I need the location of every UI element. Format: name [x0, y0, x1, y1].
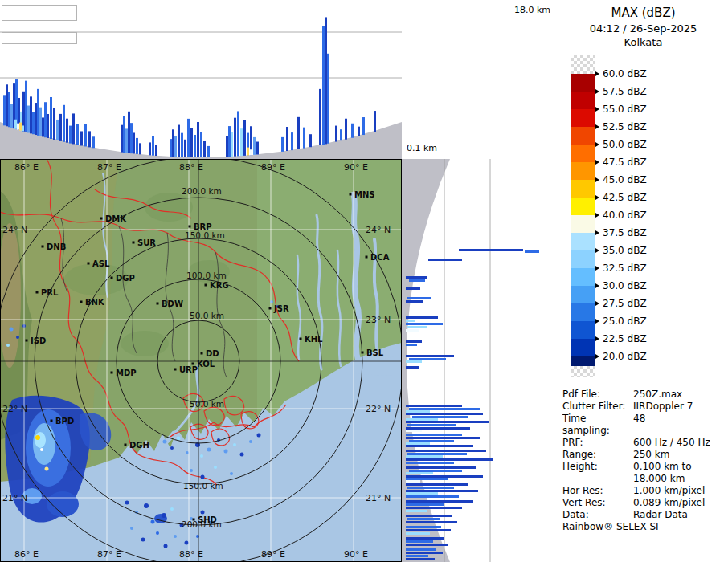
- echo-bar-top: [22, 125, 24, 131]
- metadata-row: Time sampling:48: [562, 413, 726, 437]
- echo-bar-side: [428, 259, 462, 261]
- echo-speckle: [230, 472, 233, 475]
- legend-color-segment: [571, 233, 595, 250]
- legend-color-segment: [571, 339, 595, 356]
- metadata-label: Pdf File:: [562, 389, 633, 401]
- echo-speckle: [190, 469, 193, 472]
- longitude-label-bottom: 89° E: [261, 549, 285, 560]
- legend-tick-label: 47.5 dBZ: [603, 157, 647, 167]
- legend-tick-label: 55.0 dBZ: [603, 104, 647, 114]
- legend-tick-label: 22.5 dBZ: [603, 334, 647, 344]
- city-label: BPD: [55, 417, 74, 426]
- echo-bar-side: [406, 558, 435, 560]
- echo-bar-top: [39, 108, 42, 136]
- legend-color-segment: [571, 145, 595, 162]
- metadata-value: 0.100 km to 18.000 km: [633, 461, 692, 485]
- echo-bar-top: [133, 132, 135, 153]
- echo-speckle: [151, 520, 155, 524]
- latitude-label-right: 21° N: [366, 493, 391, 503]
- city-label: KHL: [305, 335, 323, 344]
- echo-speckle: [162, 513, 166, 518]
- latitude-label-left: 24° N: [2, 225, 27, 235]
- legend-tick: 55.0 dBZ: [595, 104, 647, 114]
- echo-bar-side: [406, 360, 422, 363]
- echo-bar-side: [406, 329, 419, 332]
- city-label: MDP: [116, 369, 137, 377]
- city-marker: [269, 307, 272, 310]
- echo-bar-top: [149, 142, 151, 155]
- echo-bar-side: [525, 250, 539, 253]
- echo-bar-top: [253, 137, 256, 155]
- echo-bar-top: [243, 120, 246, 156]
- info-box-1: [2, 5, 77, 21]
- echo-speckle: [6, 344, 10, 347]
- echo-bar-side: [406, 300, 423, 303]
- echo-bar-side: [406, 418, 438, 421]
- echo-bar-top: [184, 140, 186, 157]
- echo-bar-top: [121, 125, 123, 153]
- legend-color-segment: [571, 109, 595, 127]
- echo-bar-side: [406, 475, 483, 478]
- echo-bar-top: [3, 95, 6, 125]
- longitude-label-top: 88° E: [179, 162, 203, 173]
- echo-speckle: [240, 453, 244, 457]
- legend-tick: 47.5 dBZ: [595, 157, 647, 167]
- echo-bar-top: [327, 54, 329, 144]
- legend-color-segment: [571, 198, 595, 215]
- echo-bar-top: [319, 89, 321, 145]
- echo-bar-top: [8, 92, 10, 127]
- echo-speckle: [10, 328, 14, 332]
- echo-bar-top: [66, 119, 68, 143]
- echo-bar-top: [174, 136, 177, 157]
- echo-bar-top: [351, 124, 354, 138]
- echo-bar-side: [407, 326, 427, 328]
- city-label: URP: [179, 365, 198, 374]
- metadata-label: Height:: [562, 461, 633, 485]
- echo-bar-side: [406, 455, 443, 458]
- echo-bar-top: [35, 103, 37, 135]
- echo-bar-top: [187, 119, 190, 157]
- legend-tick: 50.0 dBZ: [595, 140, 647, 149]
- legend-tick-label: 37.5 dBZ: [603, 228, 647, 238]
- echo-bar-top: [228, 126, 231, 157]
- legend-below-min: [571, 356, 595, 366]
- city-marker: [111, 372, 113, 374]
- latitude-label-left: 21° N: [2, 493, 27, 503]
- city-label: KOL: [197, 360, 215, 369]
- legend-color-segment: [571, 321, 595, 339]
- echo-speckle: [163, 440, 167, 444]
- echo-bar-side: [407, 487, 454, 489]
- echo-bar-side: [406, 555, 428, 557]
- latitude-label-right: 23° N: [366, 315, 391, 325]
- metadata-value: 48: [633, 413, 645, 437]
- city-label: ASL: [92, 259, 110, 268]
- metadata-row: Data:Radar Data: [562, 509, 726, 521]
- echo-bar-side: [406, 462, 454, 464]
- echo-bar-side: [406, 529, 451, 531]
- echo-bar-side: [409, 279, 425, 282]
- echo-bar-side: [407, 424, 456, 426]
- legend-tick-label: 32.5 dBZ: [603, 263, 647, 273]
- city-marker: [42, 246, 44, 248]
- echo-bar-side: [406, 413, 483, 415]
- legend-tick-label: 35.0 dBZ: [603, 246, 647, 255]
- echo-bar-side: [406, 344, 417, 346]
- legend-tick-label: 27.5 dBZ: [603, 299, 647, 308]
- echo-bar-side: [406, 540, 433, 543]
- latitude-label-left: 22° N: [2, 404, 27, 414]
- echo-bar-side: [407, 518, 440, 520]
- city-marker: [350, 193, 352, 196]
- echo-bar-top: [190, 128, 193, 157]
- range-ring-label: 200.0 km: [182, 186, 222, 196]
- metadata-label: Vert Res:: [562, 497, 633, 509]
- city-label: KRG: [210, 281, 229, 290]
- echo-bar-top: [76, 124, 79, 145]
- legend-tick: 35.0 dBZ: [595, 246, 647, 255]
- echo-bar-top: [297, 117, 300, 149]
- echo-bar-side: [406, 366, 419, 369]
- longitude-label-bottom: 88° E: [179, 549, 203, 560]
- legend-color-segment: [571, 180, 595, 198]
- echo-max-cell: [40, 448, 43, 451]
- product-title: MAX (dBZ): [558, 6, 728, 20]
- echo-speckle: [207, 448, 211, 452]
